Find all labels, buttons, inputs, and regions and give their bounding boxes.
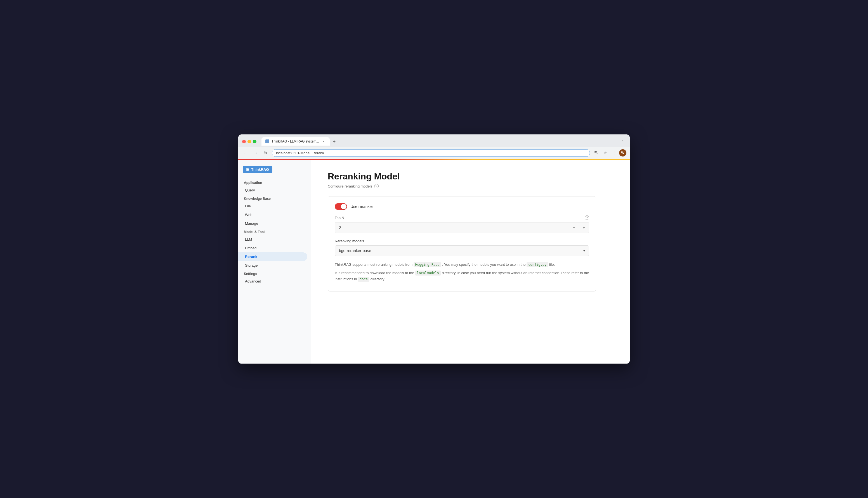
tab-favicon — [265, 140, 269, 143]
tab-title: ThinkRAG - LLM RAG system... — [272, 140, 319, 143]
reranking-models-section: Reranking models bge-reranker-base bge-r… — [335, 239, 589, 256]
desc1-post: file. — [549, 262, 555, 266]
logo-text: ThinkRAG — [251, 167, 269, 172]
top-n-help-icon[interactable]: ? — [585, 215, 589, 220]
desc1-pre: ThinkRAG supports most reranking models … — [335, 262, 413, 266]
logo-badge: ⊞ ThinkRAG — [243, 166, 272, 173]
user-avatar[interactable]: W — [619, 149, 626, 157]
page-title: Reranking Model — [328, 171, 613, 182]
toggle-label: Use reranker — [350, 204, 373, 209]
bookmark-button[interactable]: ☆ — [601, 149, 609, 157]
minimize-button[interactable] — [247, 140, 251, 143]
localmodels-ref: localmodels — [415, 271, 441, 276]
sidebar-logo: ⊞ ThinkRAG — [238, 166, 311, 179]
translate-button[interactable] — [592, 149, 600, 157]
top-n-section: Top N ? 2 − + — [335, 215, 589, 233]
desc1-mid: . You may specify the models you want to… — [442, 262, 526, 266]
toggle-row: Use reranker — [335, 203, 589, 210]
sidebar-item-embed[interactable]: Embed — [238, 244, 311, 252]
menu-button[interactable]: ⋮ — [610, 149, 618, 157]
top-n-plus-button[interactable]: + — [579, 222, 589, 233]
logo-icon: ⊞ — [246, 167, 249, 172]
sidebar-item-web[interactable]: Web — [238, 210, 311, 219]
reranking-model-select-row: bge-reranker-base bge-reranker-large bge… — [335, 245, 589, 256]
new-tab-button[interactable]: + — [330, 138, 338, 146]
reranking-models-header: Reranking models — [335, 239, 589, 243]
page-subtitle: Configure reranking models ? — [328, 184, 613, 188]
sidebar-item-manage[interactable]: Manage — [238, 219, 311, 228]
nav-section-application: Application — [238, 179, 311, 186]
desc2-post: directory. — [371, 277, 385, 281]
url-text: localhost:8501/Model_Rerank — [276, 151, 324, 155]
top-n-minus-button[interactable]: − — [569, 222, 579, 233]
sidebar-item-storage[interactable]: Storage — [238, 261, 311, 270]
browser-tab[interactable]: ThinkRAG - LLM RAG system... × — [261, 137, 330, 146]
top-n-label: Top N — [335, 216, 344, 220]
top-n-input-row: 2 − + — [335, 222, 589, 233]
address-bar[interactable]: localhost:8501/Model_Rerank — [272, 149, 590, 157]
use-reranker-toggle[interactable] — [335, 203, 347, 210]
desc2-pre: It is recommended to download the models… — [335, 271, 414, 275]
subtitle-text: Configure reranking models — [328, 184, 373, 188]
back-button[interactable]: ← — [242, 149, 249, 157]
sidebar-item-file[interactable]: File — [238, 202, 311, 210]
sidebar-item-llm[interactable]: LLM — [238, 235, 311, 244]
nav-section-settings: Settings — [238, 270, 311, 277]
sidebar-item-advanced[interactable]: Advanced — [238, 277, 311, 286]
top-n-value: 2 — [335, 223, 569, 233]
maximize-button[interactable] — [253, 140, 256, 143]
reranking-model-select[interactable]: bge-reranker-base bge-reranker-large bge… — [335, 245, 589, 256]
huggingface-link[interactable]: Hugging Face — [414, 262, 441, 267]
config-py-ref: config.py — [527, 262, 548, 267]
main-content: Reranking Model Configure reranking mode… — [311, 160, 630, 364]
help-icon[interactable]: ? — [374, 184, 379, 188]
sidebar: ⊞ ThinkRAG Application Query Knowledge B… — [238, 160, 311, 364]
config-card: Use reranker Top N ? 2 − + — [328, 196, 596, 291]
top-n-header: Top N ? — [335, 215, 589, 220]
nav-section-knowledge-base: Knowledge Base — [238, 195, 311, 202]
nav-section-model-tool: Model & Tool — [238, 228, 311, 235]
close-button[interactable] — [242, 140, 246, 143]
tab-close-button[interactable]: × — [321, 139, 326, 144]
reload-button[interactable]: ↻ — [262, 149, 270, 157]
description-2: It is recommended to download the models… — [335, 270, 589, 282]
sidebar-item-rerank[interactable]: Rerank — [238, 252, 307, 261]
sidebar-item-query[interactable]: Query — [238, 186, 311, 195]
reranking-models-label: Reranking models — [335, 239, 364, 243]
window-controls: ⌃ — [621, 140, 624, 144]
forward-button[interactable]: → — [252, 149, 259, 157]
docs-ref: docs — [358, 277, 370, 282]
description-1: ThinkRAG supports most reranking models … — [335, 262, 589, 268]
